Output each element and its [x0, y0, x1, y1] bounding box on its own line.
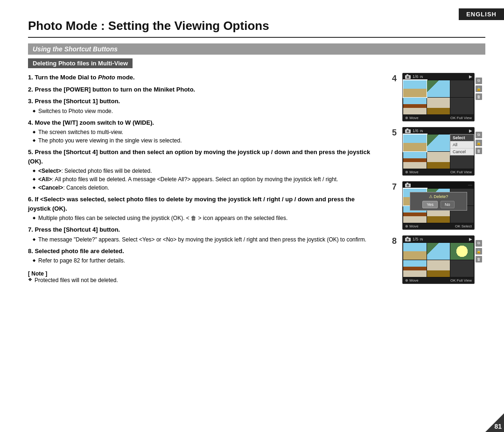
screen-4-counter: 1/6 [413, 74, 419, 79]
delete-no-button[interactable]: No [441, 201, 455, 208]
screen-7-move: ⊕ Move [405, 224, 419, 228]
step-3-bullets: Switches to Photo view mode. [33, 107, 378, 115]
delete-yes-button[interactable]: Yes [422, 201, 438, 208]
thumb-dark-8 [450, 260, 474, 277]
step-4-bullets: The screen switches to multi-view. The p… [33, 128, 378, 145]
copy-icon-8: ⧉ [476, 240, 482, 247]
lock-icon-4: 🔒 [476, 85, 482, 92]
page-title: Photo Mode : Setting the Viewing Options [28, 19, 485, 38]
step-1-title: 1. Turn the Mode Dial to Photo mode. [28, 74, 135, 81]
screen-4-bottombar: ⊕ Move OK Full View [403, 115, 474, 121]
camera-screen-4: 1/6 IN ▶ [402, 73, 475, 121]
screens-column: 4 1/6 IN ▶ [392, 73, 485, 286]
page-container: ENGLISH Photo Mode : Setting the Viewing… [0, 0, 504, 432]
step-2: 2. Press the [POWER] button to turn on t… [28, 85, 378, 94]
screen-4-side-icons: ⧉ 🔒 🗑 [476, 73, 482, 100]
screen-step-5: 5 [392, 128, 400, 138]
select-menu-item-all[interactable]: All [450, 141, 474, 148]
trash-icon-4: 🗑 [476, 93, 482, 100]
thumb-dog-5 [427, 152, 450, 169]
screen-block-7: 7 — [392, 181, 485, 230]
screen-4-topbar-left: 1/6 IN [405, 74, 423, 79]
screen-4-play: ▶ [469, 74, 472, 79]
step-7-title: 7. Press the [Shortcut 4] button. [28, 226, 120, 233]
screen-5-topbar: 1/6 IN ▶ [403, 127, 474, 134]
delete-dialog-title: ⚠ Delete? [413, 194, 464, 199]
thumb-beach-8 [403, 243, 427, 260]
step-8-bullets: Refer to page 82 for further details. [33, 256, 378, 265]
svg-rect-2 [406, 74, 408, 76]
step-7: 7. Press the [Shortcut 4] button. The me… [28, 225, 378, 244]
step-6-title: 6. If <Select> was selected, select phot… [28, 196, 355, 212]
camera-screen-7: — ⚠ Delete [402, 181, 475, 230]
screen-5-bottombar: ⊕ Move OK Full View [403, 169, 474, 175]
screen-5-side-icons: ⧉ 🔒 🗑 [476, 127, 482, 154]
delete-dialog-7: ⚠ Delete? Yes No [410, 192, 467, 211]
thumb-palm-8 [427, 243, 450, 260]
screen-8-play: ▶ [469, 237, 472, 241]
thumb-portrait-4 [403, 98, 427, 114]
camera-screen-8: 1/5 IN ▶ [402, 235, 475, 284]
step-6: 6. If <Select> was selected, select phot… [28, 195, 378, 222]
screen-8-topbar-right: ▶ [469, 237, 472, 241]
screen-5-topbar-right: ▶ [469, 128, 472, 133]
thumb-empty-4 [450, 80, 474, 97]
lock-icon-8: 🔒 [476, 248, 482, 255]
screen-8-topbar-left: 1/5 IN [405, 237, 423, 241]
thumb-portrait-8 [403, 260, 427, 277]
svg-rect-11 [406, 237, 408, 238]
thumb-flower-8 [450, 243, 474, 260]
select-menu-5: Select All Cancel [450, 134, 474, 156]
screen-7-topbar-left [405, 183, 411, 187]
camera-icon-8 [405, 237, 411, 241]
svg-rect-8 [406, 183, 408, 184]
screen-5-ok: OK Full View [450, 170, 472, 174]
select-menu-item-select[interactable]: Select [450, 135, 474, 141]
camera-icon-4 [405, 74, 411, 79]
trash-icon-5: 🗑 [476, 148, 482, 154]
step-5-bullet-3: <Cancel>: Cancels deletion. [33, 184, 378, 192]
screen-7-topbar: — [403, 182, 474, 188]
step-8-bullet-1: Refer to page 82 for further details. [33, 256, 378, 265]
screen-4-move: ⊕ Move [405, 116, 419, 120]
step-2-title: 2. Press the [POWER] button to turn on t… [28, 86, 195, 93]
screen-step-7: 7 [392, 182, 400, 192]
step-4-bullet-1: The screen switches to multi-view. [33, 128, 378, 136]
screen-7-grid: ⚠ Delete? Yes No [403, 188, 474, 223]
step-5: 5. Press the [Shortcut 4] button and the… [28, 148, 378, 192]
screen-7-dash: — [468, 183, 472, 187]
thumb-palm-5 [427, 135, 450, 151]
trash-icon-8: 🗑 [476, 256, 482, 262]
step-5-bullet-2: <All>: All photo files will be deleted. … [33, 175, 378, 184]
step-5-bullet-1: <Select>: Selected photo files will be d… [33, 167, 378, 175]
svg-point-7 [407, 184, 409, 187]
main-content: 1. Turn the Mode Dial to Photo mode. 2. … [28, 73, 485, 286]
screen-block-4: 4 1/6 IN ▶ [392, 73, 485, 121]
note-title: [ Note ] [28, 270, 378, 277]
camera-icon-7 [405, 183, 411, 187]
copy-icon-4: ⧉ [476, 78, 482, 84]
screen-7-bottombar: ⊕ Move OK Select [403, 223, 474, 229]
note-item-1: Protected files will not be deleted. [28, 277, 378, 283]
screen-8-bottombar: ⊕ Move OK Full View [403, 277, 474, 283]
step-7-bullet-1: The message "Delete?" appears. Select <Y… [33, 235, 378, 244]
section-header: Using the Shortcut Buttons [28, 43, 485, 55]
thumb-dark-4 [450, 98, 474, 114]
step-5-title: 5. Press the [Shortcut 4] button and the… [28, 149, 370, 165]
select-menu-item-cancel[interactable]: Cancel [450, 148, 474, 155]
screen-8-topbar: 1/5 IN ▶ [403, 236, 474, 242]
screen-5-play: ▶ [469, 128, 472, 133]
delete-dialog-buttons: Yes No [413, 201, 464, 208]
lock-icon-5: 🔒 [476, 140, 482, 146]
screen-5-move: ⊕ Move [405, 170, 419, 174]
thumb-palm-4 [427, 80, 450, 97]
svg-point-4 [407, 130, 409, 133]
step-1: 1. Turn the Mode Dial to Photo mode. [28, 73, 378, 82]
thumb-dog-4 [427, 98, 450, 114]
step-4: 4. Move the [W/T] zoom switch to W (WIDE… [28, 118, 378, 145]
copy-icon-5: ⧉ [476, 132, 482, 138]
screen-4-topbar-right: ▶ [469, 74, 472, 79]
screen-step-8: 8 [392, 236, 400, 246]
screen-4-topbar: 1/6 IN ▶ [403, 73, 474, 80]
screen-4-storage: IN [420, 75, 423, 78]
